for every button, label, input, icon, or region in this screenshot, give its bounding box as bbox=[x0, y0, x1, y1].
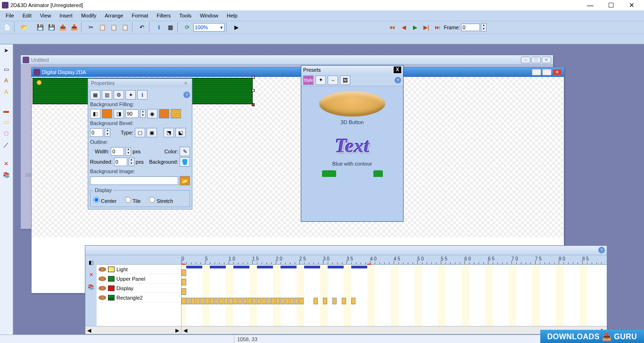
export-button[interactable]: 📤 bbox=[58, 22, 68, 33]
doc-maximize-button[interactable]: ☐ bbox=[542, 69, 552, 75]
timeline-ruler-area[interactable]: 051 01 52 02 53 03 54 04 55 05 56 06 57 … bbox=[182, 255, 607, 326]
bevel-type2-button[interactable]: ▣ bbox=[147, 128, 157, 137]
prop-anim-button[interactable]: ⚙ bbox=[114, 90, 124, 100]
keyframe[interactable] bbox=[243, 298, 247, 304]
help-icon[interactable]: ? bbox=[183, 92, 190, 98]
rounded-input[interactable]: 0 bbox=[114, 158, 127, 166]
save-all-button[interactable]: 💾 bbox=[46, 22, 57, 33]
paste-special-button[interactable]: 📋 bbox=[120, 22, 130, 33]
menu-modify[interactable]: Modify bbox=[77, 12, 100, 19]
presets-help-icon[interactable]: ? bbox=[395, 77, 401, 84]
undo-button[interactable]: ↶ bbox=[137, 22, 147, 33]
properties-close-button[interactable]: × bbox=[182, 80, 189, 86]
bevel-type1-button[interactable]: ▢ bbox=[135, 128, 145, 137]
keyframe[interactable] bbox=[276, 298, 280, 304]
last-frame-button[interactable]: ⏭ bbox=[432, 22, 443, 33]
menu-file[interactable]: File bbox=[2, 12, 18, 19]
menu-window[interactable]: Window bbox=[196, 12, 222, 19]
timeline-ruler[interactable]: 051 01 52 02 53 03 54 04 55 05 56 06 57 … bbox=[182, 255, 607, 265]
menu-filters[interactable]: Filters bbox=[153, 12, 174, 19]
eye-icon[interactable] bbox=[99, 295, 106, 300]
delete-tool[interactable]: ✕ bbox=[1, 159, 11, 169]
line-tool[interactable]: ／ bbox=[1, 140, 11, 150]
keyframe[interactable] bbox=[285, 298, 289, 304]
layer-row-1[interactable]: Upper Panel bbox=[97, 274, 181, 284]
outline-width-input[interactable]: 0 bbox=[111, 147, 124, 156]
prop-sprite-button[interactable]: ▦ bbox=[90, 90, 100, 100]
tl-delete-button[interactable]: ✕ bbox=[86, 269, 96, 280]
keyframe[interactable] bbox=[200, 298, 205, 304]
next-frame-button[interactable]: ▶| bbox=[421, 22, 431, 33]
fill-color-button[interactable] bbox=[102, 109, 112, 118]
background-button[interactable]: 🪣 bbox=[180, 157, 190, 167]
marquee-tool[interactable]: ▭ bbox=[1, 64, 11, 75]
rounded-spinner[interactable]: ▲▼ bbox=[129, 158, 134, 166]
keyframe[interactable] bbox=[262, 298, 266, 304]
keyframe[interactable] bbox=[266, 298, 271, 304]
keyframe[interactable] bbox=[182, 269, 186, 276]
keyframe[interactable] bbox=[299, 298, 304, 304]
cut-button[interactable]: ✂ bbox=[86, 22, 96, 33]
menu-help[interactable]: Help bbox=[223, 12, 241, 19]
frame-input[interactable] bbox=[461, 24, 480, 31]
eye-icon[interactable] bbox=[99, 276, 106, 281]
copy-button[interactable]: 📋 bbox=[97, 22, 107, 33]
doc-close-button[interactable]: ✕ bbox=[553, 69, 562, 75]
keyframe[interactable] bbox=[215, 298, 219, 304]
zoom-select[interactable]: 100%▾ bbox=[193, 23, 224, 32]
3d-text-tool[interactable]: A bbox=[1, 87, 11, 97]
prev-frame-button[interactable]: ◀ bbox=[398, 22, 409, 33]
layer-row-0[interactable]: Light bbox=[97, 265, 181, 274]
pointer-tool[interactable]: ➤ bbox=[1, 45, 11, 56]
timeline-panel[interactable]: ? ◧ ✕ 📚 Light Upper Panel Display Rectan… bbox=[85, 245, 607, 335]
child-close-button[interactable]: ✕ bbox=[542, 57, 551, 63]
child-maximize-button[interactable]: ☐ bbox=[531, 57, 541, 63]
menu-format[interactable]: Format bbox=[128, 12, 152, 19]
preset-style-button[interactable]: Style bbox=[303, 75, 314, 85]
menu-insert[interactable]: Insert bbox=[56, 12, 76, 19]
tl-add-button[interactable]: ◧ bbox=[86, 257, 96, 268]
keyframe[interactable] bbox=[257, 298, 261, 304]
keyframe[interactable] bbox=[196, 298, 200, 304]
menu-tools[interactable]: Tools bbox=[175, 12, 195, 19]
refresh-button[interactable]: ⟳ bbox=[182, 22, 192, 33]
fill-radial-button[interactable]: ◉ bbox=[147, 109, 157, 118]
prop-info-button[interactable]: ℹ bbox=[137, 90, 148, 100]
timeline-help-icon[interactable]: ? bbox=[598, 247, 605, 253]
fill-angle-spinner[interactable]: ▲▼ bbox=[140, 109, 146, 118]
preset-item-blue-contour[interactable]: Text Blue with contour bbox=[303, 134, 401, 167]
menu-view[interactable]: View bbox=[36, 12, 55, 19]
keyframe[interactable] bbox=[323, 298, 327, 304]
keyframe[interactable] bbox=[182, 288, 186, 295]
properties-panel[interactable]: Properties × ▦ ▥ ⚙ ✦ ℹ ? Background Fill… bbox=[88, 78, 192, 209]
preset-item-3d-button[interactable]: 3D Button bbox=[303, 91, 401, 125]
layer-row-3[interactable]: Rectangle2 bbox=[97, 293, 181, 302]
keyframe[interactable] bbox=[342, 298, 346, 304]
fill-angle-input[interactable]: 90 bbox=[125, 109, 139, 118]
light-object[interactable] bbox=[37, 80, 41, 85]
keyframe[interactable] bbox=[210, 298, 214, 304]
keyframe[interactable] bbox=[290, 298, 294, 304]
eye-icon[interactable] bbox=[99, 267, 106, 272]
keyframe[interactable] bbox=[252, 298, 256, 304]
fill-pattern-button[interactable] bbox=[171, 109, 181, 118]
prop-effects-button[interactable]: ✦ bbox=[125, 90, 136, 100]
bevel-opt1-button[interactable]: ⬔ bbox=[164, 128, 174, 137]
keyframe[interactable] bbox=[205, 298, 209, 304]
keyframe[interactable] bbox=[314, 298, 318, 304]
import-button[interactable]: 📥 bbox=[69, 22, 79, 33]
display-stretch-radio[interactable]: Stretch bbox=[149, 197, 173, 204]
layers-tool[interactable]: 📚 bbox=[1, 170, 11, 180]
bevel-input[interactable]: 0 bbox=[90, 128, 103, 137]
keyframe[interactable] bbox=[182, 279, 186, 285]
keyframe[interactable] bbox=[271, 298, 275, 304]
minimize-button[interactable]: — bbox=[580, 0, 601, 10]
paste-button[interactable]: 📋 bbox=[108, 22, 119, 33]
presets-list[interactable]: 3D Button Text Blue with contour bbox=[301, 86, 403, 221]
timeline-scrollbar[interactable]: ◀▶ ◀▶ bbox=[85, 326, 607, 334]
presets-close-button[interactable]: X bbox=[394, 67, 401, 73]
text-tool[interactable]: A bbox=[1, 75, 11, 86]
keyframe[interactable] bbox=[332, 298, 337, 304]
keyframe[interactable] bbox=[219, 298, 223, 304]
save-button[interactable]: 💾 bbox=[35, 22, 45, 33]
